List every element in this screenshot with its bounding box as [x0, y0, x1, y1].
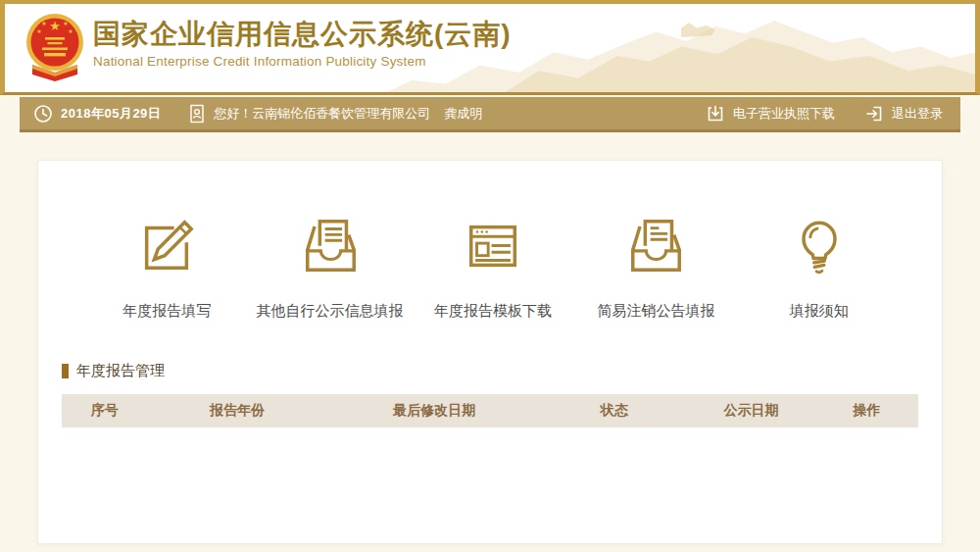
page-subtitle: National Enterprise Credit Information P…	[93, 54, 512, 69]
national-emblem-logo: ★ ★ ★ ★ ★	[24, 10, 85, 84]
menu-item-annual-report-fill[interactable]: 年度报告填写	[85, 216, 248, 321]
download-icon	[706, 104, 725, 124]
menu-item-label: 年度报告填写	[85, 302, 248, 321]
annual-report-table-body	[38, 427, 942, 545]
menu-item-label: 年度报告模板下载	[412, 302, 574, 321]
current-date: 2018年05月29日	[33, 104, 161, 124]
column-header-operation: 操作	[815, 402, 918, 420]
annual-report-table-header: 序号 报告年份 最后修改日期 状态 公示日期 操作	[62, 394, 918, 427]
navbar-left: 2018年05月29日 您好！云南锦伦佰香餐饮管理有限公司 龚成明	[20, 104, 482, 124]
template-download-icon	[412, 216, 574, 280]
greeting-label: 您好！云南锦伦佰香餐饮管理有限公司	[214, 105, 430, 123]
navbar-right: 电子营业执照下载 退出登录	[706, 104, 960, 124]
menu-item-template-download[interactable]: 年度报告模板下载	[412, 216, 574, 321]
user-greeting: 您好！云南锦伦佰香餐饮管理有限公司 龚成明	[188, 104, 482, 124]
svg-text:★: ★	[63, 21, 68, 26]
svg-text:★: ★	[36, 28, 41, 34]
logout-label: 退出登录	[892, 105, 943, 123]
username-label: 龚成明	[444, 105, 482, 123]
date-label: 2018年05月29日	[61, 105, 161, 123]
column-header-report-year: 报告年份	[147, 402, 327, 420]
menu-item-other-info-fill[interactable]: 其他自行公示信息填报	[248, 216, 411, 321]
site-title-block: 国家企业信用信息公示系统(云南) National Enterprise Cre…	[93, 18, 512, 69]
column-header-publicity-date: 公示日期	[687, 402, 815, 420]
site-header: ★ ★ ★ ★ ★ 国家企业信用信息公示系统(云南) National Ente…	[0, 0, 980, 95]
menu-item-filing-notice[interactable]: 填报须知	[738, 216, 901, 321]
top-navbar: 2018年05月29日 您好！云南锦伦佰香餐饮管理有限公司 龚成明 电子营业执照…	[20, 97, 960, 132]
menu-item-label: 填报须知	[738, 302, 901, 321]
svg-text:★: ★	[49, 19, 61, 33]
lightbulb-icon	[738, 216, 901, 280]
section-title: 年度报告管理	[76, 362, 165, 380]
page-title: 国家企业信用信息公示系统(云南)	[93, 18, 512, 51]
inbox-document-icon	[248, 216, 411, 280]
column-header-serial: 序号	[62, 402, 147, 420]
logout-button[interactable]: 退出登录	[864, 104, 943, 124]
svg-text:★: ★	[68, 28, 73, 34]
section-marker	[62, 364, 69, 378]
edit-report-icon	[85, 216, 248, 280]
column-header-status: 状态	[541, 402, 687, 420]
license-download-button[interactable]: 电子营业执照下载	[706, 104, 835, 124]
inbox-announcement-icon	[574, 216, 737, 280]
main-panel: 年度报告填写 其他自行公示信息填报	[37, 160, 943, 544]
annual-report-section-header: 年度报告管理	[62, 362, 918, 380]
menu-item-simple-cancellation[interactable]: 简易注销公告填报	[574, 216, 737, 321]
menu-grid: 年度报告填写 其他自行公示信息填报	[38, 161, 942, 321]
license-download-label: 电子营业执照下载	[733, 105, 835, 123]
menu-item-label: 简易注销公告填报	[574, 302, 737, 321]
clock-icon	[33, 104, 53, 124]
menu-item-label: 其他自行公示信息填报	[248, 302, 411, 321]
logout-icon	[864, 104, 884, 124]
svg-text:★: ★	[41, 21, 46, 26]
column-header-last-modified: 最后修改日期	[327, 402, 542, 420]
id-badge-icon	[188, 104, 206, 124]
